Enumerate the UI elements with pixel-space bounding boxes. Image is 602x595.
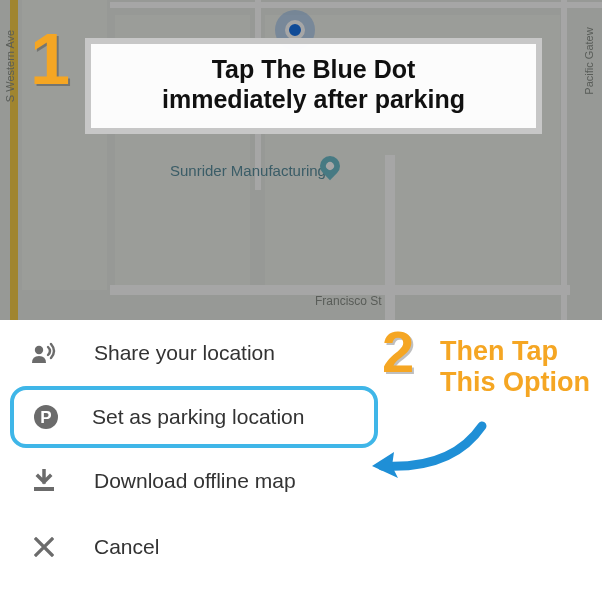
annotation-text: Then Tap — [440, 336, 590, 367]
map-road — [110, 2, 602, 8]
svg-text:P: P — [40, 408, 51, 427]
download-offline-map-option[interactable]: Download offline map — [0, 448, 602, 514]
street-label: S Western Ave — [4, 30, 16, 102]
annotation-arrow-icon — [362, 418, 492, 488]
download-icon — [30, 469, 58, 493]
annotation-text: immediately after parking — [105, 84, 522, 114]
close-icon — [30, 537, 58, 557]
option-label: Cancel — [94, 535, 159, 559]
svg-rect-3 — [34, 487, 54, 491]
share-location-icon — [30, 342, 58, 364]
cancel-option[interactable]: Cancel — [0, 514, 602, 580]
annotation-callout-1: Tap The Blue Dot immediately after parki… — [85, 38, 542, 134]
option-label: Download offline map — [94, 469, 296, 493]
annotation-step-2: 2 — [382, 318, 414, 385]
map-road — [561, 0, 567, 320]
option-label: Set as parking location — [92, 405, 304, 429]
street-label: Pacific Gatew — [582, 27, 594, 94]
parking-icon: P — [32, 404, 60, 430]
poi-label[interactable]: Sunrider Manufacturing — [170, 162, 326, 179]
map-road — [385, 155, 395, 320]
annotation-text: This Option — [440, 367, 590, 398]
set-parking-location-option[interactable]: P Set as parking location — [10, 386, 378, 448]
annotation-callout-2: Then Tap This Option — [440, 336, 590, 398]
annotation-text: Tap The Blue Dot — [105, 54, 522, 84]
option-label: Share your location — [94, 341, 275, 365]
current-location-dot[interactable] — [285, 20, 305, 40]
svg-point-0 — [35, 346, 43, 354]
annotation-step-1: 1 — [30, 18, 70, 100]
street-label: Francisco St — [315, 294, 382, 308]
